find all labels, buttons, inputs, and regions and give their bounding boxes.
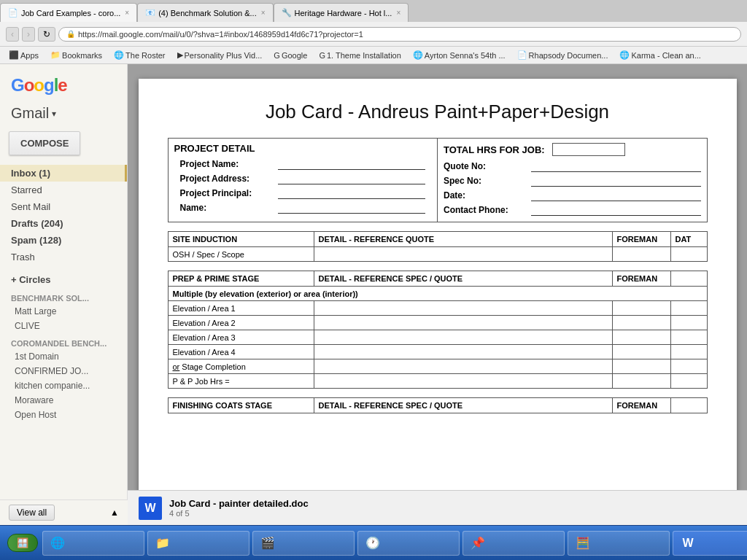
th-finishing-date (670, 398, 707, 413)
url-text: https://mail.google.com/mail/u/0/?shva=1… (78, 30, 363, 39)
attachment-info: Job Card - painter detailed.doc 4 of 5 (169, 498, 309, 518)
tab-close-3[interactable]: × (396, 9, 400, 17)
theme-icon: G (319, 51, 325, 60)
pp-job-hrs-cell: P & P Job Hrs = (168, 374, 314, 389)
th-prep-prime: PREP & PRIME STAGE (168, 271, 314, 287)
field-project-principal: Project Principal: (174, 186, 432, 201)
contact-phone-label: Contact Phone: (444, 205, 531, 215)
bookmark-senna[interactable]: 🌐 Ayrton Senna's 54th ... (410, 50, 508, 61)
osh-date-cell (670, 247, 707, 262)
th-site-induction: SITE INDUCTION (168, 232, 314, 247)
taskbar-word[interactable]: W (673, 531, 747, 556)
nav-drafts[interactable]: Drafts (204) (0, 215, 127, 232)
table-row: OSH / Spec / Scope (168, 247, 707, 262)
elevation-area-1-foreman (612, 301, 670, 316)
sidebar: Google Gmail ▾ COMPOSE Inbox (1) Starred… (0, 64, 128, 560)
rhapsody-icon: 📄 (517, 50, 527, 60)
sidebar-item-kitchen[interactable]: kitchen companie... (0, 378, 127, 393)
google-icon: G (274, 51, 280, 60)
play-icon: ▶ (177, 50, 183, 60)
date-line (531, 190, 701, 201)
elevation-area-1-detail (314, 301, 612, 316)
th-detail-spec-quote: DETAIL - REFERENCE SPEC / QUOTE (314, 271, 612, 287)
field-spec-no: Spec No: (444, 174, 701, 188)
prep-prime-header: PREP & PRIME STAGE DETAIL - REFERENCE SP… (168, 271, 707, 287)
bookmark-rhapsody[interactable]: 📄 Rhapsody Documen... (514, 50, 611, 61)
taskbar-clock[interactable]: 🕐 (357, 531, 460, 556)
taskbar-apps: 🌐 📁 🎬 🕐 📌 🧮 W 🌐 💬 💙 🖼 (42, 531, 747, 556)
taskbar-pin[interactable]: 📌 (462, 531, 565, 556)
refresh-button[interactable]: ↻ (38, 27, 55, 42)
project-name-label: Project Name: (180, 159, 275, 169)
browser-chrome: 📄 Job Card Examples - coro... × 📧 (4) Be… (0, 0, 747, 64)
th-finishing-coats: FINISHING COATS STAGE (168, 398, 314, 413)
taskbar-media[interactable]: 🎬 (252, 531, 355, 556)
nav-spam[interactable]: Spam (128) (0, 232, 127, 249)
roster-icon: 🌐 (114, 50, 124, 60)
benchmark-label: BENCHMARK SOL... (0, 288, 127, 304)
back-button[interactable]: ‹ (6, 27, 19, 42)
field-project-name: Project Name: (174, 157, 432, 171)
name-line (278, 202, 426, 214)
sidebar-item-clive[interactable]: CLIVE (0, 319, 127, 333)
nav-sent[interactable]: Sent Mail (0, 198, 127, 215)
explorer-icon: 📁 (154, 534, 171, 552)
bookmark-apps-label: Apps (20, 51, 39, 60)
osh-foreman-cell (612, 247, 670, 262)
table-row: or Stage Completion (168, 359, 707, 374)
bookmark-karma[interactable]: 🌐 Karma - Clean an... (616, 50, 703, 61)
tab-bar: 📄 Job Card Examples - coro... × 📧 (4) Be… (0, 0, 747, 22)
tab-close-1[interactable]: × (125, 9, 129, 17)
sidebar-item-confirmed[interactable]: CONFIRMED JO... (0, 364, 127, 378)
bookmark-apps[interactable]: ⬛ Apps (6, 50, 42, 61)
start-button[interactable]: 🪟 (7, 534, 38, 552)
tab-3[interactable]: 🔧 Heritage Hardware - Hot l... × (274, 3, 409, 22)
nav-starred[interactable]: Starred (0, 182, 127, 198)
th-finishing-foreman: FOREMAN (612, 398, 670, 413)
project-address-label: Project Address: (180, 174, 275, 184)
sidebar-item-domain[interactable]: 1st Domain (0, 349, 127, 364)
bookmark-personality[interactable]: ▶ Personality Plus Vid... (174, 50, 266, 61)
tab-favicon-3: 🔧 (282, 8, 292, 18)
nav-trash[interactable]: Trash (0, 249, 127, 265)
word-icon: W (139, 497, 162, 520)
compose-button[interactable]: COMPOSE (9, 131, 80, 155)
osh-detail-cell (314, 247, 612, 262)
bookmark-google[interactable]: G Google (271, 50, 310, 61)
sidebar-item-openhost[interactable]: Open Host (0, 408, 127, 422)
lock-icon: 🔒 (66, 30, 75, 38)
stage-completion-date (670, 359, 707, 374)
multiple-elevation-cell: Multiple (by elevation (exterior) or are… (168, 287, 707, 301)
url-bar[interactable]: 🔒 https://mail.google.com/mail/u/0/?shva… (58, 27, 741, 42)
forward-button[interactable]: › (22, 27, 35, 42)
taskbar-calc[interactable]: 🧮 (568, 531, 670, 556)
sidebar-item-matt[interactable]: Matt Large (0, 304, 127, 319)
field-contact-phone: Contact Phone: (444, 203, 701, 217)
drafts-label: Drafts (204) (11, 218, 63, 229)
elevation-area-2-detail (314, 316, 612, 330)
table-row: P & P Job Hrs = (168, 374, 707, 389)
date-label: Date: (444, 190, 531, 201)
view-all-button[interactable]: View all (9, 505, 55, 521)
coromandel-label: Coromandel Bench... (0, 333, 127, 349)
tab-close-2[interactable]: × (261, 9, 266, 17)
apps-icon: ⬛ (9, 50, 19, 60)
bookmark-theme[interactable]: G 1. Theme Installation (316, 50, 403, 61)
circles-label: + Circles (11, 274, 51, 285)
tab-1[interactable]: 📄 Job Card Examples - coro... × (0, 3, 137, 22)
table-row: Elevation / Area 3 (168, 330, 707, 345)
th-date-2 (670, 271, 707, 287)
nav-circles[interactable]: + Circles (0, 271, 127, 288)
sidebar-item-moraware[interactable]: Moraware (0, 393, 127, 408)
taskbar-explorer[interactable]: 📁 (147, 531, 249, 556)
media-icon: 🎬 (259, 534, 276, 552)
pd-right: TOTAL HRS FOR JOB: Quote No: Spec No: (437, 139, 707, 222)
bookmark-roster[interactable]: 🌐 The Roster (111, 50, 168, 61)
taskbar-chrome[interactable]: 🌐 (42, 531, 144, 556)
bookmark-google-label: Google (282, 51, 307, 60)
th-finishing-detail: DETAIL - REFERENCE SPEC / QUOTE (314, 398, 612, 413)
bookmark-bookmarks[interactable]: 📁 Bookmarks (47, 50, 105, 61)
pp-job-hrs-date (670, 374, 707, 389)
tab-2[interactable]: 📧 (4) Benchmark Solution &... × (137, 3, 273, 22)
nav-inbox[interactable]: Inbox (1) (0, 165, 127, 182)
